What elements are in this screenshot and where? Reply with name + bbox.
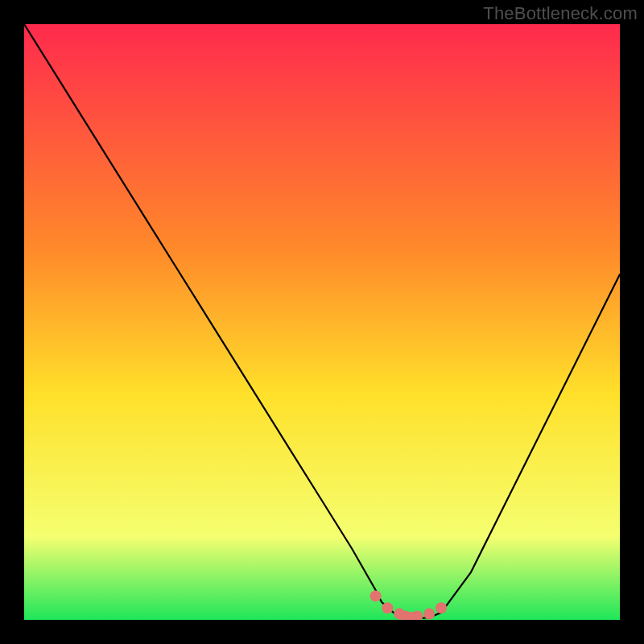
flat-dot (423, 609, 435, 620)
watermark-text: TheBottleneck.com (483, 3, 638, 24)
gradient-background (24, 24, 620, 620)
flat-dot (370, 590, 382, 601)
flat-dot (436, 602, 447, 613)
flat-dot (382, 602, 393, 613)
chart-frame: TheBottleneck.com (0, 0, 644, 644)
plot-area (24, 24, 620, 620)
chart-svg (24, 24, 620, 620)
